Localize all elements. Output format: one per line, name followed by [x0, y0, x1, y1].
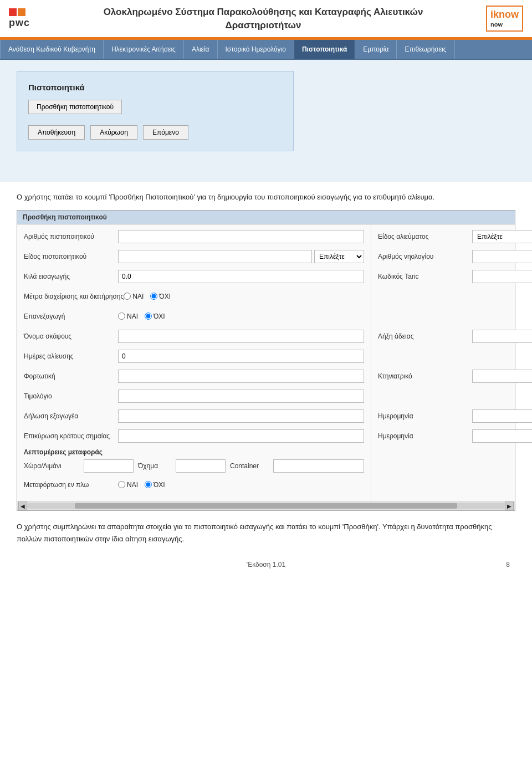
- footer-page: 8: [347, 561, 510, 568]
- input-vehicle[interactable]: [176, 459, 226, 473]
- transport-container-label: Container: [230, 462, 269, 470]
- transport-section-label: Λεπτομέρειες μεταφοράς: [24, 448, 364, 456]
- date2-wrapper: ▼: [472, 429, 532, 443]
- radio-metra-nai-input[interactable]: [124, 293, 131, 300]
- scroll-thumb-horizontal[interactable]: [75, 503, 457, 509]
- input-container[interactable]: [273, 459, 364, 473]
- radio-epanex-ochi-input[interactable]: [145, 313, 152, 320]
- input-onoma[interactable]: [118, 330, 364, 343]
- form-panel: Προσθήκη πιστοποιητικού Αριθμός πιστοποι…: [17, 210, 515, 511]
- radio-epanex-nai-input[interactable]: [118, 313, 125, 320]
- radio-epanex-nai[interactable]: ΝΑΙ: [118, 313, 138, 320]
- scroll-left-arrow[interactable]: ◀: [18, 501, 27, 510]
- radio-transfer-nai-input[interactable]: [118, 481, 125, 488]
- radio-transfer-ochi[interactable]: ΌΧΙ: [145, 481, 165, 489]
- input-country[interactable]: [84, 459, 134, 473]
- nav-item-istoriko[interactable]: Ιστορικό Ημερολόγιο: [218, 40, 294, 59]
- label-eidos-pist: Είδος πιστοποιητικού: [24, 253, 118, 260]
- label-timologio: Τιμολόγιο: [24, 392, 118, 400]
- form-row-arith-pist: Αριθμός πιστοποιητικού: [24, 229, 364, 244]
- label-lixi: Λήξη άδειας: [378, 332, 472, 340]
- input-epikyrosi[interactable]: [118, 429, 364, 443]
- radio-metra-ochi-input[interactable]: [150, 293, 157, 300]
- label-epikyrosi: Επικύρωση κράτους σημαίας: [24, 432, 118, 440]
- input-arith-pist[interactable]: [118, 230, 364, 243]
- nav-item-alieia[interactable]: Αλιεία: [184, 40, 218, 59]
- nav-item-pistop[interactable]: Πιστοποιητικά: [294, 40, 355, 59]
- form-left-column: Αριθμός πιστοποιητικού Είδος πιστοποιητι…: [17, 224, 371, 501]
- form-row-timologio: Τιμολόγιο: [24, 388, 364, 404]
- nav-item-ilektroniki[interactable]: Ηλεκτρονικές Αιτήσεις: [104, 40, 184, 59]
- input-lixi[interactable]: [472, 330, 532, 343]
- input-taric[interactable]: [472, 270, 532, 283]
- cancel-button[interactable]: Ακύρωση: [90, 125, 137, 140]
- input-fortotiki[interactable]: [118, 370, 364, 383]
- save-button[interactable]: Αποθήκευση: [28, 125, 85, 140]
- nav-item-emporia[interactable]: Εμπορία: [355, 40, 397, 59]
- form-row-onoma: Όνομα σκάφους: [24, 329, 364, 344]
- label-arith-ni: Αριθμός νηολογίου: [378, 253, 472, 260]
- label-arith-pist: Αριθμός πιστοποιητικού: [24, 233, 118, 240]
- content-box-title: Πιστοποιητικά: [28, 83, 282, 92]
- page-footer: 'Εκδοση 1.01 8: [0, 552, 532, 577]
- radio-metra-nai[interactable]: ΝΑΙ: [124, 293, 144, 300]
- form-row-epikyrosi: Επικύρωση κράτους σημαίας: [24, 428, 364, 444]
- radio-transfer-ochi-input[interactable]: [145, 481, 152, 488]
- iknow-logo-area: iknow now: [473, 6, 523, 32]
- bottom-description: Ο χρήστης συμπληρώνει τα απαραίτητα στοι…: [0, 511, 532, 552]
- label-eidos-al: Είδος αλιεύματος: [378, 233, 472, 240]
- input-eidos-pist-text[interactable]: [118, 250, 312, 263]
- form-row-lixi: Λήξη άδειας ▼: [378, 329, 532, 344]
- transport-vehicle-label: Όχημα: [138, 462, 171, 470]
- label-fortotiki: Φορτωτική: [24, 372, 118, 380]
- label-metra: Μέτρα διαχείρισης και διατήρησης: [24, 293, 124, 300]
- select-eidos-pist[interactable]: Επιλέξτε: [314, 250, 364, 263]
- footer-version: 'Εκδοση 1.01: [185, 561, 347, 568]
- select-eidos-al[interactable]: Επιλέξτε: [472, 230, 532, 243]
- add-cert-button[interactable]: Προσθήκη πιστοποιητικού: [28, 100, 122, 114]
- action-buttons-group: Αποθήκευση Ακύρωση Επόμενο: [28, 125, 282, 140]
- nav-item-epith[interactable]: Επιθεωρήσεις: [397, 40, 454, 59]
- form-row-date2: Ημερομηνία ▼: [378, 428, 532, 444]
- next-button[interactable]: Επόμενο: [143, 125, 188, 140]
- form-scrollbar-bottom: ◀ ▶: [17, 501, 515, 510]
- form-row-spacer5: [378, 309, 532, 324]
- radio-metra-ochi[interactable]: ΌΧΙ: [150, 293, 171, 300]
- input-date2[interactable]: [472, 429, 532, 443]
- pwc-logo-area: pwc: [9, 8, 53, 29]
- input-timologio[interactable]: [118, 390, 364, 403]
- form-row-eidos-al: Είδος αλιεύματος Επιλέξτε: [378, 229, 532, 244]
- form-right-column: Είδος αλιεύματος Επιλέξτε Αριθμός νηολογ…: [371, 224, 532, 501]
- pwc-red-square: [9, 8, 17, 16]
- form-row-metra: Μέτρα διαχείρισης και διατήρησης ΝΑΙ ΌΧΙ: [24, 289, 364, 304]
- scroll-right-arrow[interactable]: ▶: [505, 501, 514, 510]
- form-row-spacer4: [378, 289, 532, 304]
- form-row-eidos-pist: Είδος πιστοποιητικού Επιλέξτε: [24, 249, 364, 264]
- label-taric: Κωδικός Taric: [378, 273, 472, 280]
- label-date1: Ημερομηνία: [378, 412, 472, 420]
- transport-country-label: Χώρα/Λιμάνι: [24, 462, 79, 470]
- input-arith-ni[interactable]: [472, 250, 532, 263]
- form-row-epanex: Επανεξαγωγή ΝΑΙ ΌΧΙ: [24, 309, 364, 324]
- pwc-orange-square: [18, 8, 25, 16]
- label-kila: Κιλά εισαγωγής: [24, 273, 118, 280]
- input-date1[interactable]: [472, 409, 532, 423]
- form-row-spacer9: [378, 388, 532, 404]
- label-date2: Ημερομηνία: [378, 432, 472, 440]
- input-imeres[interactable]: [118, 350, 364, 363]
- label-ktiniatr: Κτηνιατρικό: [378, 372, 472, 380]
- label-transfer: Μεταφόρτωση εν πλω: [24, 481, 118, 489]
- radio-epanex-ochi[interactable]: ΌΧΙ: [145, 313, 165, 320]
- radio-transfer-nai[interactable]: ΝΑΙ: [118, 481, 138, 489]
- input-kila[interactable]: [118, 270, 364, 283]
- transport-row-country: Χώρα/Λιμάνι Όχημα Container: [24, 459, 364, 473]
- form-row-date1: Ημερομηνία ▼: [378, 408, 532, 424]
- app-title: Ολοκληρωμένο Σύστημα Παρακολούθησης και …: [53, 6, 473, 32]
- radio-epanex: ΝΑΙ ΌΧΙ: [118, 313, 165, 320]
- radio-transfer: ΝΑΙ ΌΧΙ: [118, 481, 165, 489]
- form-row-taric: Κωδικός Taric: [378, 269, 532, 284]
- form-scroll-container: Αριθμός πιστοποιητικού Είδος πιστοποιητι…: [17, 224, 515, 501]
- input-ktiniatr[interactable]: [472, 370, 532, 383]
- nav-item-anathesi[interactable]: Ανάθεση Κωδικού Κυβερνήτη: [0, 40, 104, 59]
- input-dilosi[interactable]: [118, 409, 364, 423]
